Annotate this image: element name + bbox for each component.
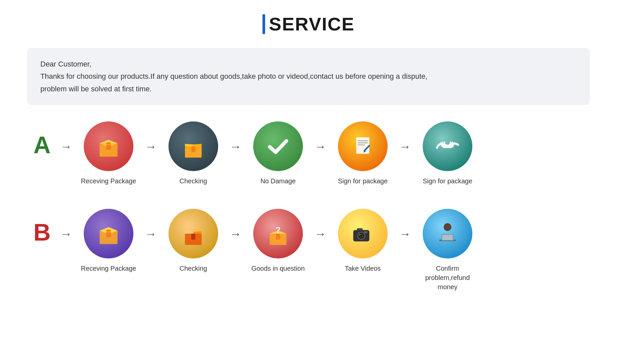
- step-b1-label: Receving Package: [81, 264, 136, 273]
- info-line2: Thanks for choosing our products.If any …: [40, 70, 577, 82]
- arrow-b4: →: [396, 227, 414, 241]
- svg-rect-45: [442, 235, 453, 240]
- step-a4: Sign for package: [330, 121, 396, 186]
- step-a4-label: Sign for package: [338, 176, 388, 186]
- step-a4-circle: [338, 121, 388, 171]
- step-b4-label: Take Videos: [345, 264, 381, 273]
- svg-rect-29: [191, 234, 196, 240]
- step-a2: Checking: [160, 121, 226, 186]
- arrow-b3: →: [311, 227, 330, 241]
- step-a2-label: Checking: [179, 176, 207, 186]
- arrow-b1: →: [142, 227, 160, 241]
- step-a3-circle: [253, 121, 303, 171]
- page-title: SERVICE: [262, 13, 355, 35]
- step-b3: ? Goods in question: [245, 209, 311, 273]
- arrow-b2: →: [226, 227, 245, 241]
- svg-rect-39: [357, 228, 363, 231]
- step-b4-circle: [338, 209, 388, 258]
- arrow-b0: →: [57, 227, 75, 241]
- arrow-a2: →: [226, 140, 245, 154]
- svg-rect-14: [358, 142, 368, 143]
- step-a3-label: No Damage: [261, 176, 296, 186]
- step-b5-circle: [423, 209, 472, 258]
- step-b3-label: Goods in question: [251, 264, 305, 273]
- title-bar-icon: [262, 14, 265, 34]
- svg-rect-11: [191, 146, 196, 152]
- svg-rect-15: [358, 145, 365, 146]
- flow-row-b: B → Receving Package →: [27, 209, 590, 292]
- step-b1: Receving Package: [75, 209, 142, 273]
- step-b3-circle: ?: [253, 209, 303, 258]
- title-text: SERVICE: [269, 13, 355, 35]
- svg-point-23: [106, 230, 111, 232]
- svg-point-42: [444, 223, 451, 231]
- svg-rect-13: [358, 140, 368, 141]
- flow-section: A → Receving Package →: [27, 121, 590, 315]
- step-b2-label: Checking: [179, 264, 207, 273]
- step-b4: Take Videos: [330, 209, 396, 273]
- info-line1: Dear Customer,: [40, 58, 577, 70]
- step-b2-circle: [168, 209, 218, 258]
- step-a1-circle: [84, 121, 133, 171]
- step-a5-label: Sign for package: [423, 176, 472, 186]
- step-b5: Confirm problem,refund money: [414, 209, 481, 292]
- step-a2-circle: [168, 121, 218, 171]
- svg-rect-33: [276, 234, 280, 240]
- step-b2: Checking: [160, 209, 226, 273]
- flow-row-a: A → Receving Package →: [27, 121, 590, 186]
- step-a5-circle: [423, 121, 472, 171]
- svg-marker-9: [185, 144, 193, 146]
- svg-rect-12: [356, 137, 369, 154]
- step-b1-circle: [84, 209, 133, 258]
- step-a3: No Damage: [245, 121, 311, 186]
- step-a1: Receving Package: [75, 121, 142, 186]
- info-line3: problem will be solved at first time.: [40, 83, 577, 95]
- svg-marker-28: [193, 231, 202, 234]
- step-b5-label: Confirm problem,refund money: [414, 264, 481, 292]
- svg-marker-10: [193, 144, 202, 146]
- arrow-a1: →: [142, 140, 160, 154]
- step-a5: Sign for package: [414, 121, 481, 186]
- svg-rect-40: [364, 231, 367, 233]
- svg-point-5: [106, 142, 111, 145]
- label-b: B: [27, 219, 57, 246]
- arrow-a0: →: [57, 140, 75, 154]
- label-a: A: [27, 131, 57, 159]
- svg-point-38: [360, 235, 362, 237]
- svg-text:?: ?: [275, 225, 280, 235]
- arrow-a4: →: [396, 140, 414, 154]
- arrow-a3: →: [311, 140, 330, 154]
- info-box: Dear Customer, Thanks for choosing our p…: [27, 48, 590, 105]
- svg-marker-27: [185, 231, 193, 234]
- svg-point-41: [359, 234, 360, 235]
- step-a1-label: Receving Package: [81, 176, 136, 186]
